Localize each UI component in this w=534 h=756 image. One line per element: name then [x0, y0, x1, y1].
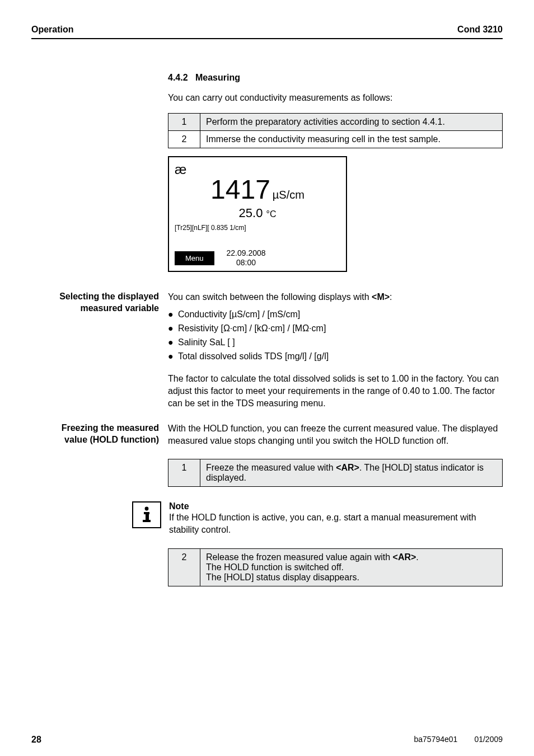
step-text-compound: Release the frozen measured value again …: [200, 549, 503, 586]
list-item: Total dissolved solids TDS [mg/l] / [g/l…: [168, 350, 503, 364]
device-time: 08:00: [227, 258, 266, 267]
step-text: Immerse the conductivity measuring cell …: [200, 131, 503, 148]
step-text-line2: The HOLD function is switched off.: [206, 562, 344, 572]
section-title: Measuring: [195, 73, 240, 82]
table-row: 2 Immerse the conductivity measuring cel…: [168, 131, 503, 148]
selecting-lead: You can switch between the following dis…: [168, 291, 503, 303]
freezing-body: With the HOLD function, you can freeze t…: [168, 422, 503, 448]
factor-note: The factor to calculate the total dissol…: [168, 373, 503, 410]
note-heading: Note: [169, 501, 503, 511]
intro-text: You can carry out conductivity measureme…: [168, 92, 503, 104]
section-heading: 4.4.2 Measuring: [168, 73, 503, 83]
margin-label-freezing: Freezing the measured value (HOLD functi…: [41, 422, 159, 446]
step-text-compound: Freeze the measured value with <AR>. The…: [200, 459, 503, 486]
step-number: 1: [168, 459, 200, 486]
info-icon: [132, 501, 161, 528]
device-datetime: 22.09.2008 08:00: [227, 248, 266, 267]
step-text-post1: .: [416, 552, 418, 562]
doc-id: ba75794e01: [414, 735, 458, 745]
note-body: If the HOLD function is active, you can,…: [169, 511, 503, 537]
header-right: Cond 3210: [457, 25, 503, 35]
device-value: 1417: [210, 174, 270, 205]
selecting-lead-post: :: [390, 292, 392, 302]
device-screenshot: æ 1417 µS/cm 25.0 °C [Tr25][nLF][ 0.835 …: [168, 156, 347, 272]
key-m: <M>: [372, 292, 390, 302]
list-item: Resistivity [Ω·cm] / [kΩ·cm] / [MΩ·cm]: [168, 322, 503, 336]
device-status-line: [Tr25][nLF][ 0.835 1/cm]: [175, 224, 340, 232]
header-left: Operation: [31, 25, 74, 35]
list-item: Conductivity [µS/cm] / [mS/cm]: [168, 308, 503, 322]
device-date: 22.09.2008: [227, 248, 266, 258]
list-item: Salinity SaL [ ]: [168, 336, 503, 350]
device-temp: 25.0: [239, 206, 263, 220]
step-number: 2: [168, 131, 200, 148]
margin-label-selecting: Selecting the displayed measured variabl…: [41, 291, 159, 314]
selecting-lead-pre: You can switch between the following dis…: [168, 292, 372, 302]
step-text: Perform the preparatory activities accor…: [200, 114, 503, 131]
page-number: 28: [31, 735, 41, 745]
table-row: 1 Perform the preparatory activities acc…: [168, 114, 503, 131]
selecting-bullets: Conductivity [µS/cm] / [mS/cm] Resistivi…: [168, 308, 503, 363]
steps-table-freeze: 1 Freeze the measured value with <AR>. T…: [168, 459, 503, 487]
device-unit: µS/cm: [273, 189, 305, 201]
info-glyph: [140, 506, 153, 523]
key-ar: <AR>: [336, 463, 359, 472]
svg-rect-2: [146, 512, 149, 521]
steps-table-top: 1 Perform the preparatory activities acc…: [168, 113, 503, 148]
step-text-pre: Freeze the measured value with: [206, 463, 336, 472]
svg-rect-3: [143, 520, 151, 522]
step-text-pre: Release the frozen measured value again …: [206, 552, 393, 562]
doc-date: 01/2009: [474, 735, 503, 745]
device-temp-unit: °C: [266, 209, 277, 219]
svg-point-0: [145, 506, 149, 510]
step-number: 2: [168, 549, 200, 586]
step-text-line3: The [HOLD] status display disappears.: [206, 572, 359, 582]
step-number: 1: [168, 114, 200, 131]
key-ar: <AR>: [393, 552, 416, 562]
steps-table-release: 2 Release the frozen measured value agai…: [168, 548, 503, 586]
section-number: 4.4.2: [168, 73, 188, 82]
header-rule: [31, 38, 503, 39]
table-row: 1 Freeze the measured value with <AR>. T…: [168, 459, 503, 486]
menu-button[interactable]: Menu: [175, 251, 214, 265]
table-row: 2 Release the frozen measured value agai…: [168, 549, 503, 586]
